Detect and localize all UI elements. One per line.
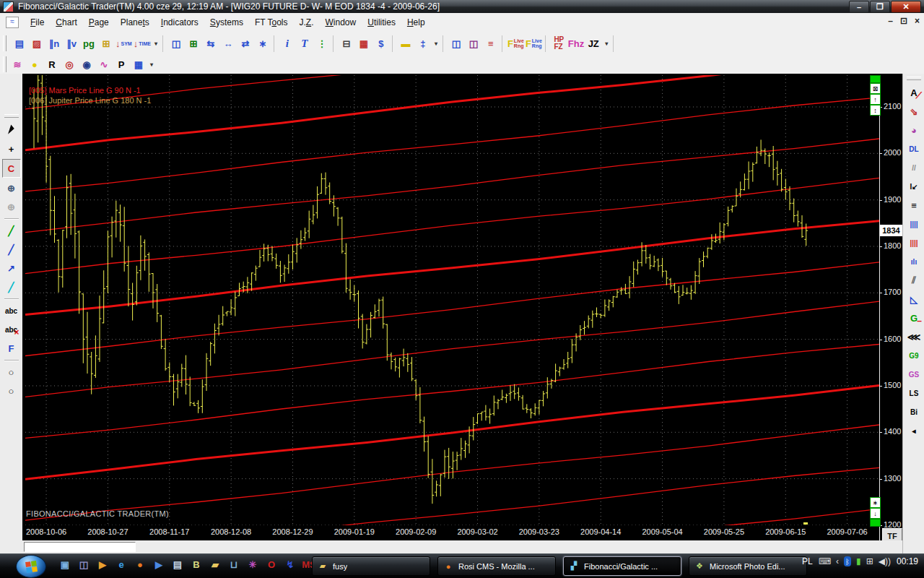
keyboard-icon[interactable]: ⌨ [819,556,831,566]
wave-arrow-button[interactable]: ∿ [95,56,113,73]
print-button[interactable]: ⊟ [338,35,355,52]
media-player-icon[interactable]: ▶ [152,556,166,572]
firefox-icon[interactable]: ● [133,556,147,572]
fit-width-button[interactable]: ↔ [219,35,237,52]
i-arrows-tool[interactable]: I↙ [905,178,923,195]
fhz-button[interactable]: Fhz [567,35,585,52]
close-pane-icon[interactable]: ⊠ [870,83,881,94]
network-icon[interactable]: ⊞ [866,556,873,566]
dl-tool[interactable]: DL [905,140,923,158]
delete-text-tool[interactable]: abc× [3,321,20,338]
language-indicator[interactable]: PL [802,556,813,566]
notepad-icon[interactable]: ▤ [170,556,185,572]
time-button[interactable]: ↓TIME [133,35,152,52]
internet-explorer-icon[interactable]: e [114,556,128,572]
tile-windows-button[interactable]: ⊞ [185,35,202,52]
arrow-line-tool[interactable]: ↗ [3,259,20,277]
scroll-down-icon[interactable]: ↓ [870,508,881,519]
auto-scale-icon[interactable]: ∗ [870,497,881,508]
restore-button[interactable]: ❐ [870,1,890,13]
candle-marker-button[interactable]: ‡ [414,35,432,52]
winamp-icon[interactable]: ↯ [283,556,297,572]
scroll-left-button[interactable]: ◂ [905,422,923,439]
volume-icon[interactable]: ◀)) [879,556,891,566]
close-button[interactable]: ✕ [891,1,921,13]
text-abc-tool[interactable]: abc [3,302,20,319]
info-pointer-button[interactable]: i [279,35,296,52]
fibonacci-f-tool[interactable]: F [3,340,20,357]
zoom-disabled-tool[interactable]: ⊕ [3,198,20,215]
left-toolbar-handle[interactable] [4,114,19,118]
bar-density-v-button[interactable]: ∥v [63,35,80,52]
traffic-light-button[interactable]: ⋮ [313,35,331,52]
taskbar-button-microsoft-photo-edi[interactable]: ❖Microsoft Photo Edi... [689,556,807,576]
calendar-button[interactable]: ▦ [355,35,372,52]
ellipse2-tool[interactable]: ○ [3,382,20,400]
recycle-bin-icon[interactable]: ⊔ [227,556,241,572]
child-window-icon[interactable]: ≈ [6,17,19,28]
crosshair-tool[interactable]: + [3,140,20,158]
planets-p-button[interactable]: P [113,56,130,73]
mini-chart-tool[interactable]: ılı [905,253,923,270]
planet-waves-button[interactable]: ≋ [9,56,26,73]
planet-circle-button[interactable]: ◉ [78,56,95,73]
g9-tool[interactable]: G9 [905,347,923,364]
dollar-button[interactable]: $ [372,35,390,52]
fib-levels-button[interactable]: ≡ [482,35,500,52]
bi-tool[interactable]: Bi [905,403,923,420]
battery-icon[interactable]: ▮ [856,556,861,566]
page-grid-button[interactable]: ⊞ [97,35,115,52]
b-app-icon[interactable]: B [189,556,204,572]
menu-chart[interactable]: Chart [50,14,82,30]
media-folder-icon[interactable]: ▶ [95,556,110,572]
right-toolbar-handle[interactable] [907,77,921,80]
toolbar-handle[interactable] [3,35,6,51]
scroll-grip-top[interactable] [870,75,881,83]
menu-systems[interactable]: Systems [204,14,249,30]
taskbar-button-fusy[interactable]: ▰fusy [312,556,430,576]
menu-planets[interactable]: Planets [115,14,155,30]
astro-arrow-tool[interactable]: ⇘ [905,103,923,120]
ruler-more-dropdown[interactable]: ▾ [432,35,440,52]
grid-more-dropdown[interactable]: ▾ [147,56,156,73]
child-close-button[interactable]: × [915,16,920,26]
scroll-up-icon[interactable]: ↑ [870,94,881,105]
fan-lines-tool[interactable]: ⋘ [905,328,923,345]
open-chart-button[interactable]: ▨ [28,35,45,52]
grid-tool-button[interactable]: ▦ [130,56,147,73]
window-overlay-button[interactable]: ◫ [465,35,482,52]
menu-page[interactable]: Page [83,14,115,30]
cascade-windows-button[interactable]: ◫ [167,35,185,52]
triangle-tool[interactable]: ◺ [905,290,923,308]
ls-tool[interactable]: LS [905,384,923,402]
hp-fz-button[interactable]: HPFZ [550,35,567,52]
cyan-pencil-tool[interactable]: ╱ [3,278,20,296]
window-switcher-icon[interactable]: ◫ [77,556,91,572]
bluetooth-icon[interactable]: ᛒ [844,556,851,566]
chart-canvas[interactable] [25,75,879,525]
ellipse-tool[interactable]: ○ [3,363,20,381]
clock[interactable]: 00:19 [897,556,918,566]
compress-star-button[interactable]: ∗ [254,35,271,52]
symbol-button[interactable]: ↓SYM [115,35,133,52]
taskbar-button-rosi-cms-mozilla[interactable]: ●Rosi CMS - Mozilla ... [437,556,556,576]
astro-a-tool[interactable]: A⟋ [905,84,923,101]
concentric-rings-button[interactable]: ◎ [61,56,78,73]
text-tool-button[interactable]: T [296,35,313,52]
live-range-blue-button[interactable]: FLiveRng [525,35,543,52]
start-button[interactable] [16,555,46,578]
colorful-app-icon[interactable]: ✳ [245,556,260,572]
blue-line-tool[interactable]: ╱ [3,241,20,258]
symbol-more-dropdown[interactable]: ▾ [152,35,160,52]
zoom-preview-tool[interactable]: ⊕ [3,179,20,197]
gs-tool[interactable]: GS [905,366,923,383]
window-pair-button[interactable]: ◫ [448,35,465,52]
menu-help[interactable]: Help [401,14,431,30]
child-restore-button[interactable]: ⊡ [900,16,907,26]
taskbar-button-fibonacci-galactic[interactable]: ▞Fibonacci/Galactic ... [563,556,681,576]
planet-dot-button[interactable]: ● [26,56,43,73]
compress-bars-button[interactable]: ⇆ [202,35,219,52]
chevron-icon[interactable]: ‹ [836,556,839,566]
bar-density-n-button[interactable]: ∥n [45,35,63,52]
show-desktop-icon[interactable]: ▣ [58,556,72,572]
